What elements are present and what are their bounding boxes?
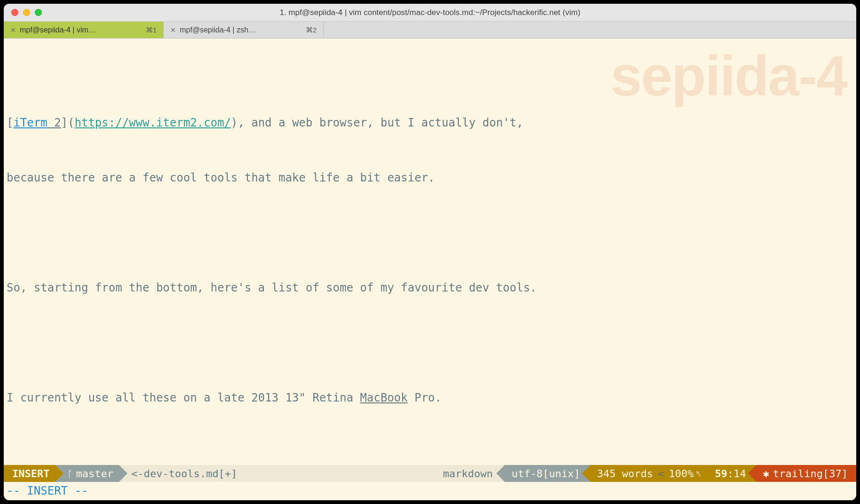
- status-line: INSERT master <-dev-tools.md[+] markdown…: [4, 465, 856, 482]
- close-tab-icon[interactable]: ✕: [170, 26, 176, 34]
- tab-shortcut: ⌘1: [146, 26, 157, 34]
- line-icon: ␤: [696, 469, 702, 478]
- tab-label: mpf@sepiida-4 | zsh…: [180, 26, 256, 34]
- tab-zsh[interactable]: ✕ mpf@sepiida-4 | zsh… ⌘2: [164, 22, 324, 38]
- filetype-segment: markdown: [437, 465, 505, 482]
- text-line: [iTerm 2](https://www.iterm2.com/), and …: [7, 114, 853, 132]
- branch-icon: [67, 468, 76, 480]
- encoding-segment: utf-8[unix]: [505, 465, 590, 482]
- filename-segment: <-dev-tools.md[+]: [119, 465, 243, 482]
- text-line: [7, 444, 853, 462]
- warning-icon: [763, 468, 773, 480]
- mode-segment: INSERT: [4, 465, 55, 482]
- tab-bar: ✕ mpf@sepiida-4 | vim… ⌘1 ✕ mpf@sepiida-…: [4, 22, 856, 39]
- git-branch-segment: master: [55, 465, 119, 482]
- tab-label: mpf@sepiida-4 | vim…: [20, 26, 96, 34]
- command-line: -- INSERT --: [4, 482, 856, 500]
- editor-area[interactable]: sepiida-4 [iTerm 2](https://www.iterm2.c…: [4, 39, 856, 465]
- tab-shortcut: ⌘2: [306, 26, 317, 34]
- badge-watermark: sepiida-4: [611, 67, 847, 85]
- wordcount-segment: 345 words<100%␤: [590, 465, 709, 482]
- minimize-icon[interactable]: [23, 9, 30, 16]
- close-icon[interactable]: [11, 9, 18, 16]
- tab-vim[interactable]: ✕ mpf@sepiida-4 | vim… ⌘1: [4, 22, 164, 38]
- zoom-icon[interactable]: [35, 9, 42, 16]
- text-line: I currently use all these on a late 2013…: [7, 389, 853, 407]
- text-line: because there are a few cool tools that …: [7, 169, 853, 187]
- status-spacer: [243, 465, 437, 482]
- close-tab-icon[interactable]: ✕: [10, 26, 16, 34]
- trailing-segment: trailing[37]: [756, 465, 856, 482]
- text-line: [7, 334, 853, 352]
- traffic-lights: [4, 9, 42, 16]
- text-line: So, starting from the bottom, here's a l…: [7, 279, 853, 297]
- titlebar[interactable]: 1. mpf@sepiida-4 | vim content/post/mac-…: [4, 4, 856, 22]
- window-title: 1. mpf@sepiida-4 | vim content/post/mac-…: [279, 8, 580, 17]
- terminal-window: 1. mpf@sepiida-4 | vim content/post/mac-…: [4, 4, 856, 500]
- text-line: [7, 224, 853, 242]
